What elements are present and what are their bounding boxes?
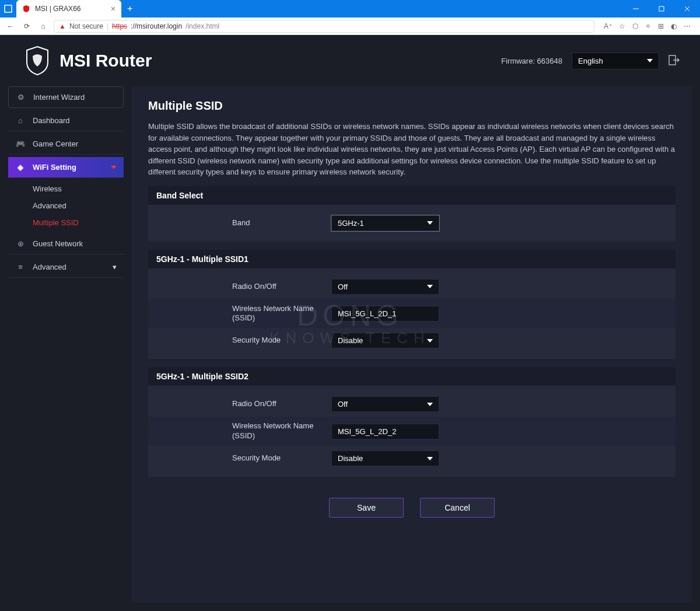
security-label: Security Mode: [156, 336, 320, 345]
select-value: Off: [338, 400, 348, 409]
language-select[interactable]: English: [572, 53, 659, 69]
radio-label: Radio On/Off: [156, 399, 320, 409]
collections-icon[interactable]: ✧: [645, 22, 651, 30]
band-value: 5GHz-1: [338, 219, 364, 228]
panel-heading: 5GHz-1 - Multiple SSID1: [148, 250, 676, 268]
panel-band-select: Band Select Band 5GHz-1: [148, 186, 676, 242]
band-label: Band: [156, 218, 320, 228]
gamepad-icon: 🎮: [15, 139, 26, 148]
svg-rect-2: [659, 6, 664, 11]
msi-logo-icon: [24, 46, 50, 76]
inprivate-icon[interactable]: ◐: [671, 22, 677, 30]
url-path: /index.html: [186, 22, 219, 30]
ssid-name-label: Wireless Network Name (SSID): [156, 421, 320, 441]
sidebar-sub-advanced[interactable]: Advanced: [33, 197, 124, 214]
url-input[interactable]: ▲ Not secure | https://msirouter.login/i…: [54, 20, 594, 33]
nav-home-button[interactable]: ⌂: [37, 22, 49, 30]
page-title: Multiple SSID: [148, 99, 676, 113]
sidebar-item-wifi-setting[interactable]: ◈ WiFi Setting: [8, 157, 124, 178]
save-button[interactable]: Save: [329, 498, 404, 518]
browser-address-bar: ← ⟳ ⌂ ▲ Not secure | https://msirouter.l…: [0, 18, 700, 35]
home-icon: ⌂: [15, 116, 26, 125]
sidebar-item-guest-network[interactable]: ⊕ Guest Network: [8, 233, 124, 254]
ssid2-radio-select[interactable]: Off: [331, 396, 439, 412]
chevron-down-icon: ▾: [113, 263, 117, 271]
band-select[interactable]: 5GHz-1: [331, 215, 439, 231]
ssid1-name-input[interactable]: [331, 306, 439, 322]
sidebar-label: Dashboard: [33, 116, 70, 125]
new-tab-button[interactable]: +: [121, 4, 138, 14]
tab-title: MSI | GRAX66: [35, 5, 80, 13]
sidebar-item-internet-wizard[interactable]: ⚙ Internet Wizard: [8, 86, 124, 108]
panel-heading: 5GHz-1 - Multiple SSID2: [148, 367, 676, 386]
language-value: English: [578, 57, 603, 65]
cancel-button[interactable]: Cancel: [420, 498, 495, 518]
panel-heading: Band Select: [148, 186, 676, 205]
url-host: ://msirouter.login: [131, 22, 182, 30]
gear-icon: ⚙: [16, 93, 26, 102]
security-label: Security Mode: [156, 453, 320, 463]
chevron-down-icon: [647, 59, 653, 62]
settings-menu-icon[interactable]: ⋯: [684, 22, 691, 30]
nav-refresh-button[interactable]: ⟳: [21, 22, 33, 30]
sidebar-label: Game Center: [33, 139, 78, 148]
chevron-down-icon: [427, 221, 433, 225]
svg-rect-0: [5, 5, 12, 12]
sidebar-label: Advanced: [33, 263, 66, 271]
msi-favicon: [22, 5, 30, 13]
browser-titlebar: MSI | GRAX66 × +: [0, 0, 700, 18]
sidebar-item-dashboard[interactable]: ⌂ Dashboard: [8, 110, 124, 131]
page-description: Multiple SSID allows the broadcast of ad…: [148, 121, 676, 178]
sidebar-label: Guest Network: [33, 239, 83, 248]
globe-icon: ⊕: [15, 239, 26, 248]
tab-close-icon[interactable]: ×: [111, 4, 116, 13]
ssid-name-label: Wireless Network Name (SSID): [156, 304, 320, 324]
ssid1-security-select[interactable]: Disable: [331, 333, 439, 348]
chevron-down-icon: [427, 457, 433, 460]
select-value: Disable: [338, 454, 363, 463]
brand-title: MSI Router: [60, 51, 152, 71]
read-aloud-icon[interactable]: A⁺: [604, 22, 612, 30]
window-maximize-button[interactable]: [649, 0, 674, 18]
sidebar-item-advanced[interactable]: ≡ Advanced ▾: [8, 257, 124, 278]
sidebar-label: WiFi Setting: [33, 163, 76, 172]
main-content: Multiple SSID Multiple SSID allows the b…: [132, 86, 692, 603]
sidebar-label: Internet Wizard: [33, 93, 85, 102]
tabs-icon[interactable]: [0, 5, 16, 13]
browser-tab[interactable]: MSI | GRAX66 ×: [16, 0, 121, 18]
chevron-down-icon: [427, 339, 433, 343]
app-header: MSI Router Firmware: 663648 English: [0, 35, 700, 86]
extensions-icon[interactable]: ⬡: [632, 22, 638, 30]
not-secure-label: Not secure: [69, 22, 103, 30]
select-value: Disable: [338, 336, 363, 345]
panel-ssid2: 5GHz-1 - Multiple SSID2 Radio On/Off Off…: [148, 367, 676, 477]
select-value: Off: [338, 282, 348, 291]
logout-button[interactable]: [668, 55, 680, 67]
chevron-down-icon: [427, 285, 433, 288]
window-close-button[interactable]: [674, 0, 700, 18]
ssid1-radio-select[interactable]: Off: [331, 279, 439, 295]
insecure-icon: ▲: [59, 22, 66, 30]
hub-icon[interactable]: ⊞: [658, 22, 664, 30]
sliders-icon: ≡: [15, 263, 26, 271]
sidebar-sub-multiple-ssid[interactable]: Multiple SSID: [33, 214, 124, 231]
nav-back-button[interactable]: ←: [5, 22, 16, 30]
chevron-down-icon: [427, 403, 433, 406]
ssid2-name-field[interactable]: [338, 427, 433, 436]
window-minimize-button[interactable]: [623, 0, 649, 18]
sidebar-item-game-center[interactable]: 🎮 Game Center: [8, 134, 124, 155]
ssid1-name-field[interactable]: [338, 309, 433, 318]
firmware-label: Firmware: 663648: [501, 57, 562, 65]
ssid2-security-select[interactable]: Disable: [331, 451, 439, 466]
ssid2-name-input[interactable]: [331, 424, 439, 439]
radio-label: Radio On/Off: [156, 282, 320, 292]
wifi-icon: ◈: [15, 163, 26, 172]
sidebar: ⚙ Internet Wizard ⌂ Dashboard 🎮 Game Cen…: [8, 86, 124, 603]
url-protocol: https: [112, 22, 127, 30]
favorites-icon[interactable]: ☆: [619, 22, 625, 30]
sidebar-sub-wireless[interactable]: Wireless: [33, 180, 124, 197]
panel-ssid1: 5GHz-1 - Multiple SSID1 Radio On/Off Off…: [148, 250, 676, 359]
